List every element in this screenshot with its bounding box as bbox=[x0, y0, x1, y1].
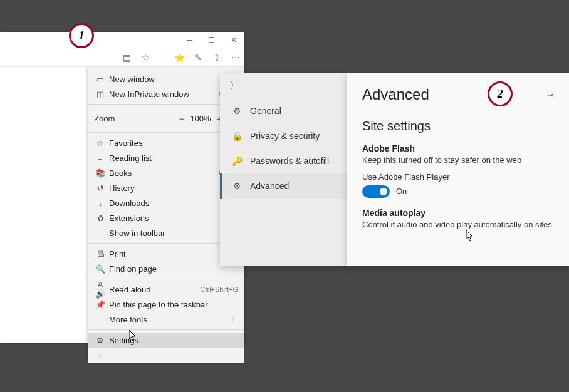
more-menu-icon[interactable]: ⋯ bbox=[231, 53, 241, 63]
address-bar: ▤ ☆ ⭐ ✎ ⇪ ⋯ bbox=[0, 48, 244, 67]
sliders-icon: ⚙ bbox=[230, 181, 244, 191]
menu-label: Pin this page to the taskbar bbox=[107, 300, 238, 309]
key-icon: 🔑 bbox=[230, 156, 244, 166]
menu-label: Extensions bbox=[107, 214, 238, 223]
zoom-label: Zoom bbox=[94, 114, 175, 123]
cursor-icon bbox=[129, 330, 138, 341]
settings-privacy[interactable]: 🔒 Privacy & security bbox=[220, 123, 347, 148]
panel-header: Advanced ⊸ bbox=[362, 86, 554, 110]
list-icon: ≡ bbox=[94, 153, 107, 163]
search-icon: 🔍 bbox=[94, 264, 107, 274]
menu-read-aloud[interactable]: A🔊 Read aloud Ctrl+Shift+G bbox=[88, 282, 244, 297]
settings-nav: 〉 ⚙ General 🔒 Privacy & security 🔑 Passw… bbox=[220, 73, 347, 266]
menu-label: History bbox=[107, 183, 238, 193]
shortcut: Ctrl+Shift+G bbox=[200, 286, 238, 293]
settings-advanced[interactable]: ⚙ Advanced bbox=[220, 173, 347, 199]
gear-icon: ⚙ bbox=[230, 106, 244, 116]
separator bbox=[88, 329, 244, 330]
menu-label: Settings bbox=[107, 336, 238, 345]
menu-label: New window bbox=[107, 75, 238, 84]
menu-label: New InPrivate window bbox=[107, 90, 219, 99]
menu-item-partial: ○ bbox=[88, 348, 244, 363]
menu-label: Read aloud bbox=[107, 285, 200, 294]
callout-1: 1 bbox=[69, 23, 94, 48]
toggle-knob bbox=[380, 188, 387, 195]
inprivate-icon: ◫ bbox=[94, 90, 107, 99]
menu-label: Books bbox=[107, 168, 219, 178]
chevron-right-icon: 〉 bbox=[230, 80, 239, 91]
download-icon: ↓ bbox=[94, 199, 107, 208]
notes-icon[interactable]: ✎ bbox=[193, 53, 203, 63]
separator bbox=[88, 279, 244, 279]
zoom-out-button[interactable]: − bbox=[175, 113, 188, 124]
toggle-state: On bbox=[396, 187, 407, 196]
settings-general[interactable]: ⚙ General bbox=[220, 98, 347, 123]
menu-label: Find on page bbox=[107, 264, 238, 274]
flash-toggle-row: On bbox=[362, 185, 554, 198]
maximize-button[interactable]: ☐ bbox=[201, 32, 222, 48]
share-icon[interactable]: ⇪ bbox=[212, 53, 222, 63]
cursor-icon bbox=[466, 230, 475, 242]
menu-more-tools[interactable]: More tools 〉 bbox=[88, 312, 244, 327]
close-button[interactable]: ✕ bbox=[222, 32, 244, 48]
media-autoplay-section: Media autoplay Control if audio and vide… bbox=[362, 208, 554, 230]
zoom-value: 100% bbox=[188, 114, 213, 123]
favorites-hub-icon[interactable]: ⭐ bbox=[174, 53, 184, 63]
menu-label: Favorites bbox=[107, 138, 238, 148]
menu-label: Print bbox=[107, 249, 238, 259]
nav-label: General bbox=[244, 106, 281, 116]
section-heading: Site settings bbox=[362, 119, 554, 133]
adobe-flash-section: Adobe Flash Keep this turned off to stay… bbox=[362, 143, 554, 198]
menu-label: Downloads bbox=[107, 199, 238, 208]
menu-pin-taskbar[interactable]: 📌 Pin this page to the taskbar bbox=[88, 297, 244, 312]
settings-passwords[interactable]: 🔑 Passwords & autofill bbox=[220, 148, 347, 173]
nav-label: Privacy & security bbox=[244, 131, 320, 141]
setting-title: Media autoplay bbox=[362, 208, 554, 218]
menu-label: More tools bbox=[107, 315, 231, 324]
setting-description: Control if audio and video play automati… bbox=[362, 219, 554, 230]
titlebar: ─ ☐ ✕ bbox=[0, 32, 244, 48]
nav-label: Passwords & autofill bbox=[244, 156, 329, 166]
lock-icon: 🔒 bbox=[230, 131, 244, 141]
advanced-panel: Advanced ⊸ Site settings Adobe Flash Kee… bbox=[347, 73, 569, 266]
callout-2: 2 bbox=[488, 81, 513, 106]
menu-label: Reading list bbox=[107, 153, 238, 163]
settings-back-button[interactable]: 〉 bbox=[220, 73, 347, 98]
menu-label: Show in toolbar bbox=[107, 229, 231, 238]
menu-settings[interactable]: ⚙ Settings bbox=[88, 333, 244, 348]
reading-view-icon[interactable]: ▤ bbox=[122, 53, 132, 63]
history-icon: ↺ bbox=[94, 183, 107, 193]
gear-icon: ⚙ bbox=[94, 336, 107, 345]
puzzle-icon: ✿ bbox=[94, 214, 107, 223]
pin-icon[interactable]: ⊸ bbox=[547, 90, 554, 100]
favorite-star-icon[interactable]: ☆ bbox=[140, 53, 150, 63]
setting-title: Adobe Flash bbox=[362, 143, 554, 153]
setting-description: Keep this turned off to stay safer on th… bbox=[362, 155, 554, 166]
chevron-right-icon: 〉 bbox=[231, 315, 238, 324]
panel-title: Advanced bbox=[362, 86, 429, 103]
books-icon: 📚 bbox=[94, 168, 107, 178]
window-icon: ▭ bbox=[94, 75, 107, 84]
nav-label: Advanced bbox=[244, 181, 289, 191]
speaker-icon: A🔊 bbox=[94, 280, 107, 299]
minimize-button[interactable]: ─ bbox=[179, 32, 201, 48]
browser-window: ─ ☐ ✕ ▤ ☆ ⭐ ✎ ⇪ ⋯ ▭ New window ◫ New InP… bbox=[0, 32, 244, 343]
pin-icon: 📌 bbox=[94, 300, 107, 309]
flash-toggle[interactable] bbox=[362, 185, 390, 198]
printer-icon: 🖶 bbox=[94, 249, 107, 259]
star-icon: ☆ bbox=[94, 138, 107, 148]
toggle-label: Use Adobe Flash Player bbox=[362, 172, 554, 182]
